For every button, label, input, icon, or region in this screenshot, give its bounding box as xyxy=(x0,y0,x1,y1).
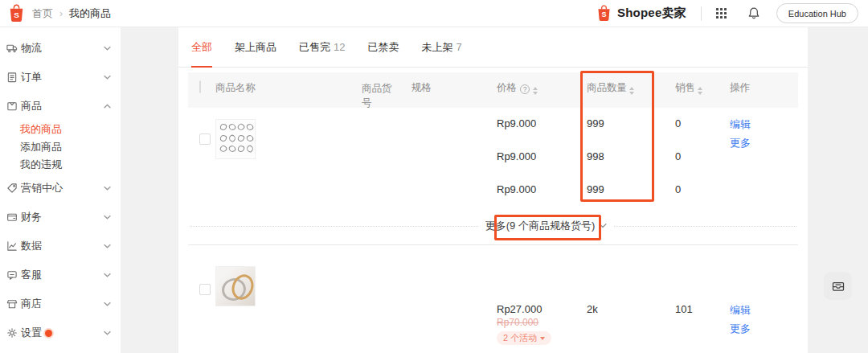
caret-down-icon xyxy=(540,337,545,340)
apps-grid-icon[interactable] xyxy=(716,8,727,18)
shop-icon xyxy=(6,298,18,310)
variant-row: Rp27.000 Rp70.000 2 个活动 2k 69 xyxy=(188,343,798,353)
help-icon[interactable] xyxy=(520,84,530,94)
sidebar-item-label: 数据 xyxy=(21,239,42,253)
order-clipboard-icon xyxy=(6,72,18,83)
row-checkbox[interactable] xyxy=(199,284,211,295)
column-header-quantity[interactable]: 商品数量 xyxy=(587,81,675,108)
sidebar-item-label: 客服 xyxy=(21,268,42,282)
sidebar-item-add-product[interactable]: 添加商品 xyxy=(20,138,121,156)
product-box-icon xyxy=(6,101,18,112)
tab-count: 12 xyxy=(334,41,345,53)
column-header-name: 商品名称 xyxy=(215,81,362,108)
tab-sold-out[interactable]: 已售完 12 xyxy=(299,27,345,67)
svg-text:S: S xyxy=(14,10,19,19)
column-header-label: 销售 xyxy=(675,82,695,93)
expand-variants-button[interactable]: 更多(9 个商品规格货号) xyxy=(478,219,615,233)
sort-icon[interactable] xyxy=(698,87,702,95)
tab-all[interactable]: 全部 xyxy=(191,27,212,67)
sidebar-item-marketing-centre[interactable]: 营销中心 xyxy=(0,174,121,203)
top-bar: S 首页 › 我的商品 S Shopee卖家 Education Hub xyxy=(0,0,868,27)
product-image[interactable] xyxy=(215,266,256,306)
sidebar-item-label: 营销中心 xyxy=(21,181,63,195)
variant-row: Rp9.000 999 0 编辑 更多 xyxy=(188,108,798,141)
row-checkbox[interactable] xyxy=(199,133,211,145)
right-gutter xyxy=(808,27,868,353)
tab-label: 全部 xyxy=(191,40,212,55)
column-header-spec: 规格 xyxy=(411,81,497,108)
column-header-sales[interactable]: 销售 xyxy=(675,81,730,108)
svg-text:S: S xyxy=(602,10,607,18)
promotions-badge[interactable]: 2 个活动 xyxy=(497,331,551,345)
sidebar-item-my-products[interactable]: 我的商品 xyxy=(20,121,121,138)
more-link[interactable]: 更多 xyxy=(730,322,798,335)
column-header-actions: 操作 xyxy=(730,81,798,108)
sort-icon[interactable] xyxy=(629,87,634,95)
sidebar-item-finance[interactable]: 财务 xyxy=(0,203,121,232)
sort-icon[interactable] xyxy=(533,87,538,95)
notifications-bell-icon[interactable] xyxy=(747,6,760,20)
data-chart-icon xyxy=(6,240,18,252)
tab-banned[interactable]: 已禁卖 xyxy=(367,27,399,67)
variant-sales: 0 xyxy=(675,183,730,207)
sidebar-item-data[interactable]: 数据 xyxy=(0,232,121,261)
chevron-down-icon xyxy=(104,215,111,220)
sidebar-item-settings[interactable]: 设置 xyxy=(0,318,121,347)
edit-link[interactable]: 编辑 xyxy=(730,117,798,131)
variant-sales: 0 xyxy=(675,150,730,174)
sidebar-item-label: 物流 xyxy=(21,41,42,55)
column-header-label: 商品数量 xyxy=(587,82,627,93)
edit-link[interactable]: 编辑 xyxy=(730,303,798,317)
variant-quantity: 999 xyxy=(587,117,675,141)
breadcrumb: 首页 › 我的商品 xyxy=(32,6,111,21)
variant-price: Rp9.000 xyxy=(497,117,587,141)
customer-service-chat-icon xyxy=(6,269,18,281)
column-header-label: 价格 xyxy=(497,82,517,93)
sidebar-item-shop[interactable]: 商店 xyxy=(0,289,121,318)
more-link[interactable]: 更多 xyxy=(730,136,798,150)
product-row-1: Rp9.000 999 0 编辑 更多 Rp9.000 998 0 xyxy=(188,108,798,244)
variant-price: Rp9.000 xyxy=(497,183,587,207)
tab-count: 7 xyxy=(456,41,461,53)
product-image[interactable] xyxy=(215,119,256,159)
webchat-button[interactable] xyxy=(824,272,852,300)
page-body: 物流 订单 商品 我的商品 添加商品 我的违规 营销中心 xyxy=(0,27,868,353)
select-all-checkbox[interactable] xyxy=(199,80,201,93)
sidebar-item-label: 财务 xyxy=(21,210,42,224)
education-hub-button[interactable]: Education Hub xyxy=(776,3,858,23)
products-table: 商品名称 商品货号 规格 价格 商品数量 销售 操作 xyxy=(188,72,798,353)
product-status-tabs: 全部 架上商品 已售完 12 已禁卖 未上架 7 xyxy=(178,27,808,68)
sidebar-products-submenu: 我的商品 添加商品 我的违规 xyxy=(0,121,121,174)
variant-price: Rp9.000 xyxy=(497,150,587,174)
tab-delisted[interactable]: 未上架 7 xyxy=(421,27,461,67)
variant-sales: 101 xyxy=(675,303,730,343)
sidebar-item-logistics[interactable]: 物流 xyxy=(0,34,121,63)
shopee-logo-icon[interactable]: S xyxy=(8,4,25,23)
chevron-down-icon xyxy=(104,186,111,191)
table-header: 商品名称 商品货号 规格 价格 商品数量 销售 操作 xyxy=(188,72,798,108)
product-row-2: Rp27.000 Rp70.000 2 个活动 2k 101 编辑 更多 xyxy=(188,245,798,353)
finance-wallet-icon xyxy=(6,211,18,223)
column-header-sku: 商品货号 xyxy=(362,81,411,108)
tab-label: 已售完 xyxy=(299,40,330,55)
chevron-down-icon xyxy=(104,46,111,51)
sidebar-item-customer-service[interactable]: 客服 xyxy=(0,261,121,289)
topbar-divider xyxy=(701,6,702,21)
tab-live[interactable]: 架上商品 xyxy=(235,27,276,67)
tab-label: 已禁卖 xyxy=(367,40,399,55)
breadcrumb-current: 我的商品 xyxy=(69,6,111,21)
breadcrumb-separator-icon: › xyxy=(59,8,63,19)
seller-centre-brand-name: Shopee卖家 xyxy=(617,6,686,21)
variant-quantity: 2k xyxy=(587,303,675,343)
sidebar-item-products[interactable]: 商品 xyxy=(0,92,121,121)
column-header-price[interactable]: 价格 xyxy=(497,81,587,108)
chevron-down-icon xyxy=(104,75,111,80)
chevron-down-icon xyxy=(599,223,607,228)
sidebar-item-orders[interactable]: 订单 xyxy=(0,63,121,92)
breadcrumb-home[interactable]: 首页 xyxy=(32,6,53,21)
topbar-actions: S Shopee卖家 Education Hub xyxy=(596,3,858,23)
sidebar-item-my-violations[interactable]: 我的违规 xyxy=(20,156,121,174)
sidebar-item-label: 订单 xyxy=(21,70,42,84)
chevron-down-icon xyxy=(104,330,111,335)
chevron-down-icon xyxy=(104,273,111,277)
